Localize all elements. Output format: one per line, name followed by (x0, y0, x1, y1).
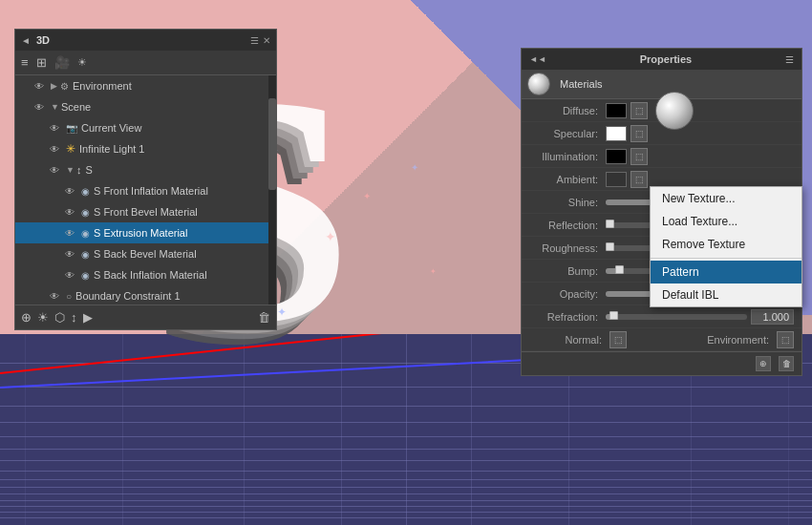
toolbar-light-icon[interactable]: ☀ (77, 56, 87, 69)
prop-label-roughness: Roughness: (529, 242, 606, 254)
toolbar-camera-icon[interactable]: 🎥 (54, 55, 70, 70)
layer-icon-light: ✳ (66, 142, 75, 156)
layer-label-s-front-inflation: S Front Inflation Material (94, 185, 208, 197)
eye-icon-environment[interactable]: 👁 (34, 81, 48, 92)
layer-label-s-back-bevel: S Back Bevel Material (94, 248, 197, 260)
specular-color-swatch[interactable] (606, 126, 627, 141)
eye-icon-current-view[interactable]: 👁 (50, 123, 63, 134)
layer-item-s-back-inflation[interactable]: 👁 ◉ S Back Inflation Material (15, 264, 276, 285)
layer-item-s-front-inflation[interactable]: 👁 ◉ S Front Inflation Material (15, 180, 276, 201)
specular-tex-icon[interactable]: ⬚ (630, 125, 648, 142)
prop-label-normal: Normal: (529, 334, 606, 346)
bottom-icon-mesh[interactable]: ⬡ (54, 310, 65, 325)
collapse-arrow-s: ▼ (66, 165, 75, 175)
eye-icon-s-back-inflation[interactable]: 👁 (65, 270, 78, 281)
prop-value-diffuse: ⬚ (606, 92, 794, 130)
layer-item-s-object[interactable]: 👁 ▼ ↕ S (15, 159, 276, 180)
prop-label-diffuse: Diffuse: (529, 105, 606, 116)
menu-item-default-ibl[interactable]: Default IBL (651, 284, 801, 306)
eye-icon-s-front-bevel[interactable]: 👁 (65, 207, 78, 218)
toolbar-list-icon[interactable]: ≡ (21, 55, 29, 70)
tab-materials[interactable]: Materials (556, 76, 607, 92)
illumination-color-swatch[interactable] (606, 149, 627, 164)
environment-tex-icon[interactable]: ⬚ (777, 331, 794, 348)
add-material-btn[interactable]: ⊕ (756, 356, 771, 371)
prop-value-ambient: ⬚ (606, 171, 794, 188)
bottom-icon-render[interactable]: ▶ (83, 310, 93, 325)
layer-item-s-front-bevel[interactable]: 👁 ◉ S Front Bevel Material (15, 201, 276, 222)
layer-label-s-extrusion: S Extrusion Material (94, 227, 187, 239)
layer-item-s-back-bevel[interactable]: 👁 ◉ S Back Bevel Material (15, 243, 276, 264)
panel-3d-bottom-toolbar: ⊕ ☀ ⬡ ↕ ▶ 🗑 (15, 304, 276, 329)
layer-icon-material-1: ◉ (81, 186, 90, 197)
eye-icon-s-back-bevel[interactable]: 👁 (65, 249, 78, 260)
bottom-icon-light[interactable]: ☀ (37, 310, 49, 325)
properties-collapse-icon[interactable]: ◄◄ (529, 54, 546, 64)
properties-menu-icon[interactable]: ☰ (785, 54, 794, 65)
prop-label-opacity: Opacity: (529, 288, 606, 300)
layer-item-environment[interactable]: 👁 ▶ ⚙ Environment (15, 75, 276, 96)
layer-label-infinite-light-1: Infinite Light 1 (79, 143, 145, 155)
scrollbar-thumb[interactable] (268, 98, 276, 190)
illumination-tex-icon[interactable]: ⬚ (630, 148, 648, 165)
prop-label-bump: Bump: (529, 265, 606, 277)
layer-icon-material-2: ◉ (81, 207, 90, 218)
layer-tree: 👁 ▶ ⚙ Environment 👁 ▼ Scene 👁 📷 Current … (15, 75, 276, 304)
panel-3d-title-area: ◄ 3D (21, 34, 50, 46)
menu-item-pattern[interactable]: Pattern (651, 261, 801, 284)
menu-item-remove-texture[interactable]: Remove Texture (651, 233, 801, 256)
collapse-icon-3d[interactable]: ◄ (21, 35, 31, 46)
toolbar-grid-icon[interactable]: ⊞ (36, 55, 47, 70)
eye-icon-boundary[interactable]: 👁 (50, 291, 63, 302)
ambient-color-swatch[interactable] (606, 172, 627, 187)
layer-item-infinite-light-1[interactable]: 👁 ✳ Infinite Light 1 (15, 138, 276, 159)
layer-icon-camera: 📷 (66, 123, 77, 134)
delete-material-btn[interactable]: 🗑 (779, 356, 794, 371)
diffuse-tex-icon[interactable]: ⬚ (630, 102, 648, 119)
bump-slider-thumb[interactable] (615, 265, 624, 274)
reflection-slider-thumb[interactable] (606, 220, 614, 228)
normal-tex-icon[interactable]: ⬚ (609, 331, 627, 348)
bottom-icon-constraint[interactable]: ↕ (71, 310, 77, 325)
panel-3d-close-icon[interactable]: ✕ (263, 35, 270, 46)
layer-item-scene[interactable]: 👁 ▼ Scene (15, 96, 276, 117)
menu-item-load-texture[interactable]: Load Texture... (651, 210, 801, 233)
prop-half-environment: Environment: ⬚ (662, 331, 795, 348)
layer-item-boundary-constraint[interactable]: 👁 ○ Boundary Constraint 1 (15, 285, 276, 304)
ambient-tex-icon[interactable]: ⬚ (630, 171, 648, 188)
panel-3d-title: 3D (36, 34, 50, 46)
eye-icon-s[interactable]: 👁 (50, 165, 63, 176)
bottom-icon-delete[interactable]: 🗑 (258, 310, 270, 325)
layer-label-boundary-constraint-1: Boundary Constraint 1 (75, 290, 180, 302)
layer-type-icon-environment: ⚙ (60, 81, 69, 92)
prop-label-refraction: Refraction: (529, 311, 606, 323)
prop-label-ambient: Ambient: (529, 174, 606, 185)
panel-3d: ◄ 3D ☰ ✕ ≡ ⊞ 🎥 ☀ 👁 ▶ ⚙ Environment 👁 ▼ S… (14, 29, 277, 330)
refraction-slider[interactable] (606, 314, 747, 320)
prop-label-shine: Shine: (529, 197, 606, 208)
layer-icon-material-3: ◉ (81, 228, 90, 239)
eye-icon-infinite-light[interactable]: 👁 (50, 144, 63, 155)
properties-title: Properties (546, 53, 785, 65)
layer-label-scene: Scene (61, 101, 91, 113)
vis-icon-environment: ▶ (51, 81, 57, 91)
diffuse-color-swatch[interactable] (606, 103, 627, 118)
diffuse-sphere (655, 92, 694, 130)
prop-row-illumination: Illumination: ⬚ (522, 145, 801, 168)
layer-label-s: S (85, 164, 92, 176)
eye-icon-scene[interactable]: 👁 (34, 102, 48, 113)
prop-label-environment: Environment: (707, 334, 773, 346)
refraction-slider-thumb[interactable] (609, 311, 618, 320)
properties-header: ◄◄ Properties ☰ (522, 49, 801, 70)
prop-label-specular: Specular: (529, 128, 606, 139)
panel-3d-menu-icon[interactable]: ☰ (250, 35, 259, 46)
eye-icon-s-front-inflation[interactable]: 👁 (65, 186, 78, 197)
scrollbar-track[interactable] (268, 75, 276, 304)
menu-item-new-texture[interactable]: New Texture... (651, 187, 801, 210)
bottom-icon-add[interactable]: ⊕ (21, 310, 32, 325)
eye-icon-s-extrusion[interactable]: 👁 (65, 228, 78, 239)
collapse-arrow-scene: ▼ (51, 102, 59, 112)
layer-item-s-extrusion[interactable]: 👁 ◉ S Extrusion Material (15, 222, 276, 243)
layer-item-current-view[interactable]: 👁 📷 Current View (15, 117, 276, 138)
roughness-slider-thumb[interactable] (606, 242, 614, 251)
